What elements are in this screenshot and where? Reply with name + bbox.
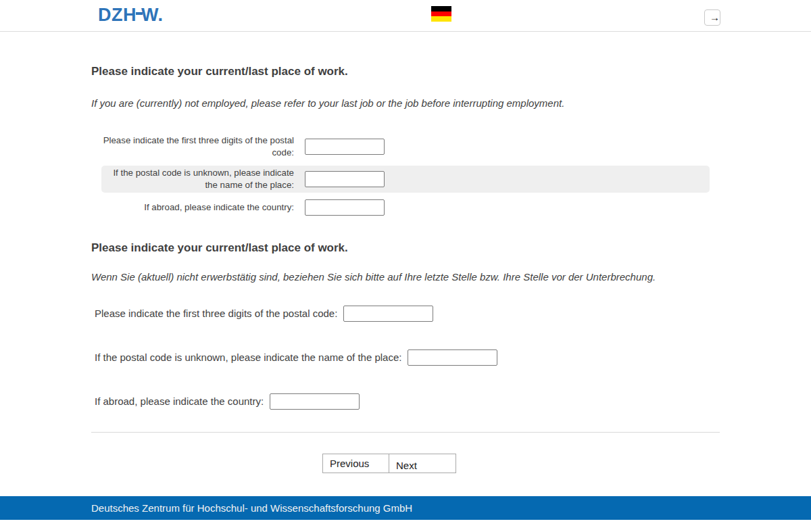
next-button-label: Next (396, 460, 417, 471)
german-flag-icon[interactable] (431, 6, 451, 22)
question-note-en: If you are (currently) not employed, ple… (91, 97, 720, 109)
postal-code-label-de: Please indicate the first three digits o… (95, 308, 337, 319)
place-name-input-en[interactable] (305, 171, 385, 187)
row-place-name-de: If the postal code is unknown, please in… (95, 349, 720, 366)
row-postal-code-en: Please indicate the first three digits o… (101, 133, 710, 160)
forward-button[interactable]: → (704, 9, 720, 26)
section-divider (91, 432, 720, 433)
question-heading-de: Please indicate your current/last place … (91, 241, 720, 255)
place-name-label-en: If the postal code is unknown, please in… (101, 167, 294, 191)
postal-code-input-de[interactable] (343, 306, 433, 322)
row-country-de: If abroad, please indicate the country: (95, 393, 720, 410)
footer: Deutsches Zentrum für Hochschul- und Wis… (0, 496, 811, 520)
postal-code-input-en[interactable] (305, 139, 385, 155)
country-label-en: If abroad, please indicate the country: (101, 201, 294, 214)
flag-stripe-red (431, 11, 451, 17)
previous-button[interactable]: Previous (322, 454, 389, 473)
header: DZHW. → (0, 0, 811, 32)
previous-button-label: Previous (330, 458, 369, 469)
right-arrow-icon: → (710, 10, 730, 24)
country-input-de[interactable] (270, 393, 360, 410)
row-country-en: If abroad, please indicate the country: (101, 198, 710, 217)
row-postal-code-de: Please indicate the first three digits o… (95, 306, 720, 322)
form-inline-de: Please indicate the first three digits o… (95, 306, 720, 410)
question-heading-en: Please indicate your current/last place … (91, 65, 720, 78)
logo-text-w: W. (141, 5, 164, 25)
row-place-name-en: If the postal code is unknown, please in… (101, 166, 710, 193)
logo-text-dzh: DZH (98, 5, 137, 25)
footer-text: Deutsches Zentrum für Hochschul- und Wis… (91, 496, 412, 520)
country-label-de: If abroad, please indicate the country: (95, 395, 264, 407)
question-note-de: Wenn Sie (aktuell) nicht erwerbstätig si… (91, 271, 720, 283)
survey-content: Please indicate your current/last place … (0, 65, 811, 472)
place-name-label-de: If the postal code is unknown, please in… (95, 352, 401, 363)
flag-stripe-gold (431, 16, 451, 22)
postal-code-label-en: Please indicate the first three digits o… (101, 135, 294, 159)
next-button[interactable]: Next (389, 454, 456, 473)
dzhw-logo: DZHW. (98, 5, 164, 26)
place-name-input-de[interactable] (408, 349, 497, 366)
country-input-en[interactable] (305, 199, 385, 216)
nav-buttons: Previous Next (322, 454, 720, 472)
flag-stripe-black (431, 6, 451, 11)
form-matrix-en: Please indicate the first three digits o… (101, 133, 710, 217)
